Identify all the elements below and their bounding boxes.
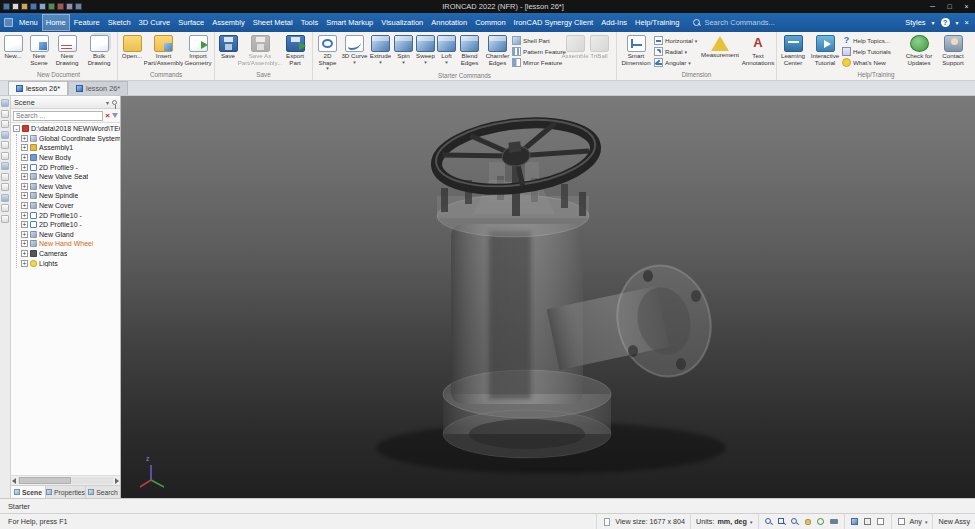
menu-tab-annotation[interactable]: Annotation xyxy=(427,14,471,31)
qat-new-icon[interactable] xyxy=(12,3,19,10)
units-caret-icon[interactable]: ▾ xyxy=(750,519,753,525)
left-tool-icon-01[interactable] xyxy=(1,99,9,107)
selection-filter-caret-icon[interactable]: ▾ xyxy=(925,519,928,525)
tree-item-new-body[interactable]: + New Body xyxy=(19,153,120,163)
camera-icon[interactable] xyxy=(829,517,839,527)
orbit-icon[interactable] xyxy=(816,517,826,527)
pattern-feature-button[interactable]: Pattern Feature xyxy=(512,47,562,56)
tree-item-new-valve[interactable]: + New Valve xyxy=(19,182,120,192)
expander-icon[interactable]: + xyxy=(21,164,28,171)
menu-tab-smart-markup[interactable]: Smart Markup xyxy=(322,14,377,31)
document-tab-1[interactable]: lesson 26* xyxy=(8,81,68,95)
check-for-updates-button[interactable]: Check for Updates xyxy=(902,32,936,66)
new-scene-button[interactable]: New Scene xyxy=(25,32,53,66)
command-search[interactable] xyxy=(693,18,784,27)
expander-icon[interactable]: + xyxy=(21,135,28,142)
spin-button[interactable]: Spin ▾ xyxy=(393,32,414,65)
contact-support-button[interactable]: Contact Support xyxy=(936,32,970,66)
help-tutorials-button[interactable]: Help Tutorials xyxy=(842,47,902,56)
bulk-drawing-creation-button[interactable]: Bulk Drawing Creation xyxy=(81,32,117,67)
3d-curve-button[interactable]: 3D Curve ▾ xyxy=(341,32,368,65)
horizontal-dimension-button[interactable]: Horizontal ▾ xyxy=(654,36,700,45)
tree-item-cameras[interactable]: + Cameras xyxy=(19,249,120,259)
extrude-button[interactable]: Extrude ▾ xyxy=(368,32,393,65)
qat-print-icon[interactable] xyxy=(57,3,64,10)
zoom-window-icon[interactable] xyxy=(777,517,787,527)
zoom-icon[interactable] xyxy=(790,517,800,527)
whats-new-button[interactable]: What's New xyxy=(842,58,902,67)
scroll-left-icon[interactable] xyxy=(12,478,16,484)
menu-tab-menu[interactable]: Menu xyxy=(15,14,42,31)
text-annotations-button[interactable]: A Text Annotations xyxy=(740,32,776,66)
maximize-button[interactable]: □ xyxy=(941,0,958,13)
shell-part-button[interactable]: Shell Part xyxy=(512,36,562,45)
expander-icon[interactable]: + xyxy=(21,260,28,267)
command-search-input[interactable] xyxy=(704,18,784,27)
measurement-button[interactable]: Measurement xyxy=(700,32,740,59)
left-tool-icon-11[interactable] xyxy=(1,204,9,212)
scene-search-input[interactable] xyxy=(13,111,103,121)
open-button[interactable]: Open... xyxy=(119,32,145,60)
menu-tab-sketch[interactable]: Sketch xyxy=(104,14,135,31)
menu-tab-help-training[interactable]: Help/Training xyxy=(631,14,683,31)
tree-item-lights[interactable]: + Lights xyxy=(19,258,120,268)
pin-icon[interactable] xyxy=(112,100,117,105)
new-button[interactable]: New... xyxy=(1,32,25,60)
tree-item-new-cover[interactable]: + New Cover xyxy=(19,201,120,211)
clear-search-icon[interactable]: × xyxy=(105,112,110,120)
scroll-right-icon[interactable] xyxy=(115,478,119,484)
menu-tab-assembly[interactable]: Assembly xyxy=(208,14,249,31)
viewport-3d[interactable]: z xyxy=(121,96,975,498)
qat-open-icon[interactable] xyxy=(21,3,28,10)
export-part-button[interactable]: Export Part xyxy=(280,32,310,66)
shaded-mode-icon[interactable] xyxy=(850,517,860,527)
radial-dimension-button[interactable]: Radial ▾ xyxy=(654,47,700,56)
units-segment[interactable]: Units: mm, deg ▾ xyxy=(690,514,757,529)
tree-item-2d-profile10-b[interactable]: + 2D Profile10 - xyxy=(19,220,120,230)
wireframe-mode-icon[interactable] xyxy=(863,517,873,527)
qat-undo-icon[interactable] xyxy=(39,3,46,10)
insert-part-assembly-button[interactable]: Insert Part/Assembly xyxy=(145,32,182,66)
styles-dropdown[interactable]: Styles xyxy=(905,18,925,27)
triball-button[interactable]: TriBall xyxy=(588,32,610,60)
zoom-fit-icon[interactable] xyxy=(764,517,774,527)
help-topics-button[interactable]: ? Help Topics... xyxy=(842,36,902,45)
mirror-feature-button[interactable]: Mirror Feature xyxy=(512,58,562,67)
expander-icon[interactable]: + xyxy=(21,154,28,161)
menu-tab-add-ins[interactable]: Add-Ins xyxy=(597,14,631,31)
valve-3d-model[interactable] xyxy=(121,96,975,498)
expander-icon[interactable]: + xyxy=(21,173,28,180)
document-close-icon[interactable]: × xyxy=(965,18,969,27)
tree-item-new-valve-seat[interactable]: + New Valve Seat xyxy=(19,172,120,182)
menu-tab-3d-curve[interactable]: 3D Curve xyxy=(135,14,175,31)
qat-redo-icon[interactable] xyxy=(48,3,55,10)
tree-item-new-hand-wheel[interactable]: + New Hand Wheel xyxy=(19,239,120,249)
menu-tab-tools[interactable]: Tools xyxy=(297,14,323,31)
qat-save-icon[interactable] xyxy=(30,3,37,10)
selection-filter-icon[interactable] xyxy=(897,517,907,527)
scrollbar-thumb[interactable] xyxy=(19,477,71,484)
tree-item-2d-profile9[interactable]: + 2D Profile9 - xyxy=(19,162,120,172)
tree-item-2d-profile10-a[interactable]: + 2D Profile10 - xyxy=(19,210,120,220)
smart-dimension-button[interactable]: Smart Dimension xyxy=(618,32,654,66)
panel-dropdown-icon[interactable]: ▾ xyxy=(106,99,109,106)
blend-edges-button[interactable]: Blend Edges xyxy=(456,32,483,66)
qat-settings-icon[interactable] xyxy=(66,3,73,10)
tree-item-new-gland[interactable]: + New Gland xyxy=(19,230,120,240)
expander-icon[interactable]: + xyxy=(21,240,28,247)
angular-dimension-button[interactable]: Angular ▾ xyxy=(654,58,700,67)
left-tool-icon-07[interactable] xyxy=(1,162,9,170)
loft-button[interactable]: Loft ▾ xyxy=(437,32,456,65)
tab-scene[interactable]: Scene xyxy=(11,486,46,498)
expander-icon[interactable]: + xyxy=(21,144,28,151)
menu-tab-feature[interactable]: Feature xyxy=(70,14,104,31)
minimize-button[interactable]: ─ xyxy=(924,0,941,13)
save-button[interactable]: Save xyxy=(216,32,240,60)
new-drawing-button[interactable]: New Drawing xyxy=(53,32,81,66)
save-as-part-assembly-button[interactable]: Save As Part/Assembly... xyxy=(240,32,280,66)
expander-icon[interactable]: + xyxy=(21,212,28,219)
starter-catalog-bar[interactable]: Starter xyxy=(0,498,975,513)
help-icon[interactable]: ? xyxy=(941,18,950,27)
horizontal-scrollbar[interactable] xyxy=(11,475,120,485)
ribbon-collapse-icon[interactable]: ▾ xyxy=(956,19,959,26)
